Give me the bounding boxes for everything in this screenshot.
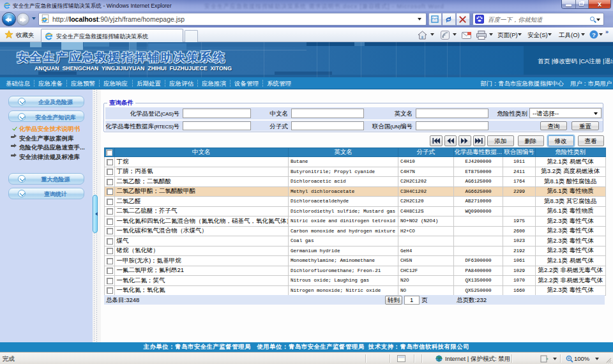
- svg-text:?: ?: [592, 31, 596, 38]
